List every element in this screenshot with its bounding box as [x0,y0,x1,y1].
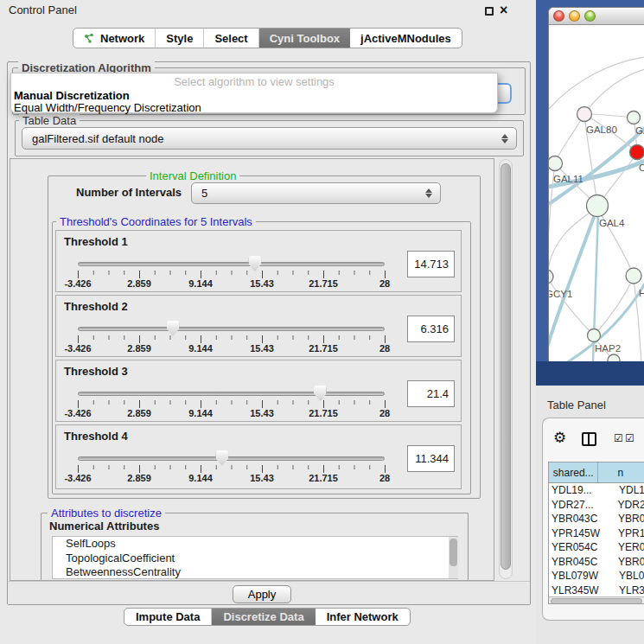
threshold-1-value-field[interactable]: 14.713 [407,251,455,277]
tick-label: 2.859 [127,343,151,354]
tab-discretize-data[interactable]: Discretize Data [212,609,315,625]
tick-label: 2.859 [127,408,151,418]
slider-track[interactable] [78,456,385,461]
float-window-icon[interactable] [485,7,494,16]
table-horizontal-scrollbar[interactable] [549,596,644,604]
columns-icon[interactable] [582,432,596,446]
slider-track[interactable] [78,392,385,396]
tab-jactivemnodules[interactable]: jActiveMNodules [350,29,462,48]
node[interactable] [626,268,641,284]
threshold-2-value-field[interactable]: 6.316 [407,316,455,342]
node-label: GAL4 [599,218,625,228]
table-data-group-title: Table Data [19,114,80,127]
tab-impute-data[interactable]: Impute Data [124,609,212,625]
node-label: C [639,163,644,173]
table-row[interactable]: YBR045CYBR0 [549,555,644,570]
tab-select[interactable]: Select [204,29,258,48]
minimize-traffic-light-icon[interactable] [569,10,580,22]
table-panel: ⚙ ☑ ☑ shared... n YDL19...YDL1 YDR27...Y… [542,418,644,621]
node-selected-red[interactable] [630,145,644,160]
tick-label: 9.144 [188,473,213,483]
slider-handle[interactable] [215,450,228,466]
panel-title: Control Panel [9,3,77,16]
thresholds-group-title: Threshold's Coordinates for 5 Intervals [56,215,256,228]
node-gcy1[interactable] [549,270,553,284]
node[interactable] [608,354,620,361]
edge [549,57,644,109]
tick-label: 28 [379,408,390,418]
node-hap2[interactable] [588,329,601,342]
combo-arrows-icon [501,128,508,149]
network-canvas[interactable]: GAL80 GA C GAL11 GAL4 GCY1 H HAP2 [549,26,644,361]
edge [555,114,584,163]
slider-handle[interactable] [248,256,261,271]
node[interactable] [628,112,641,124]
tick-label: -3.426 [64,278,91,289]
tick-label: 2.859 [127,278,151,289]
node-gal11[interactable] [549,156,563,171]
slider-handle[interactable] [167,321,180,336]
threshold-3-slider[interactable]: -3.426 2.859 9.144 15.43 21.715 28 [78,360,385,423]
network-view-window: GAL80 GA C GAL11 GAL4 GCY1 H HAP2 [548,7,644,361]
list-item[interactable]: BetweennessCentrality [53,565,457,579]
tab-style[interactable]: Style [156,29,204,48]
tab-infer-network[interactable]: Infer Network [316,609,410,625]
node-gal80[interactable] [577,107,592,122]
table-row[interactable]: YBR043CYBR0 [549,512,644,526]
tick-label: 15.43 [250,343,274,354]
node-label: GCY1 [549,289,572,299]
slider-ticks [78,335,386,343]
tick-label: 28 [379,343,390,354]
close-traffic-light-icon[interactable] [553,10,564,22]
edge [584,69,644,114]
zoom-traffic-light-icon[interactable] [584,10,596,22]
threshold-3-value-field[interactable]: 21.4 [407,380,455,407]
tick-label: 9.144 [188,278,213,289]
settings-vertical-scrollbar[interactable] [499,159,513,579]
scrollbar-thumb[interactable] [450,539,457,566]
slider-handle[interactable] [314,386,327,401]
slider-track[interactable] [78,327,385,331]
number-of-intervals-combobox[interactable]: 5 [191,182,441,204]
tick-label: 9.144 [188,343,213,354]
tick-label: 21.715 [309,343,338,354]
threshold-4-slider[interactable]: -3.426 2.859 9.144 15.43 21.715 28 [78,425,385,488]
list-item[interactable]: SelfLoops [53,537,457,552]
table-panel-title: Table Panel [547,399,606,411]
algorithm-option-equal-width[interactable]: Equal Width/Frequency Discretization [14,101,201,114]
tab-cyni-toolbox[interactable]: Cyni Toolbox [259,29,350,48]
column-header-shared-name[interactable]: shared... [549,462,598,482]
table-row[interactable]: YDL19...YDL1 [549,483,644,498]
combo-arrows-icon [425,183,432,203]
tick-label: 15.43 [250,278,274,289]
tab-network[interactable]: Network [73,29,156,48]
scrollbar-thumb[interactable] [551,598,642,604]
table-row[interactable]: YDR27...YDR2 [549,498,644,513]
close-icon[interactable]: × [500,2,507,19]
list-item[interactable]: TopologicalCoefficient [53,552,457,566]
checkbox-icon[interactable]: ☑ [614,432,623,444]
edge [599,153,637,204]
table-row[interactable]: YER054CYER0 [549,540,644,555]
scrollbar-thumb[interactable] [501,163,511,570]
network-window-titlebar[interactable] [549,8,644,25]
checkbox-icon[interactable]: ☑ [625,432,634,444]
table-row[interactable]: YBL079WYBL0 [549,569,644,583]
slider-ticks [78,400,386,408]
threshold-2-slider[interactable]: -3.426 2.859 9.144 15.43 21.715 28 [78,296,385,358]
gear-icon[interactable]: ⚙ [553,430,566,446]
node-gal4[interactable] [587,195,609,217]
attributes-list-scrollbar[interactable] [449,537,458,578]
threshold-4-value-field[interactable]: 11.344 [407,445,455,472]
table-row[interactable]: YLR345WYLR3 [549,583,644,596]
table-row[interactable]: YPR145WYPR1 [549,526,644,541]
control-panel-titlebar: Control Panel × [0,0,536,21]
slider-track[interactable] [78,262,385,266]
apply-button[interactable]: Apply [233,585,291,603]
column-header-name[interactable]: n [598,462,644,482]
tick-label: 21.715 [309,473,338,483]
table-data-combobox[interactable]: galFiltered.sif default node [22,127,517,150]
algorithm-option-manual[interactable]: Manual Discretization [14,89,130,102]
threshold-2-panel: Threshold 2 -3.426 2.859 9.144 15.43 21.… [55,295,462,357]
threshold-1-slider[interactable]: -3.426 2.859 9.144 15.43 21.715 28 [78,231,385,293]
